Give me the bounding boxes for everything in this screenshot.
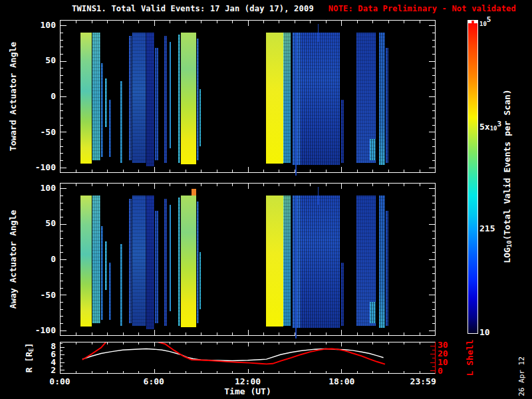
- x-axis-tick: [107, 184, 108, 186]
- spectrogram-stripe: [386, 48, 388, 163]
- y-axis-tick: [429, 331, 435, 331]
- y-axis-tick: [432, 252, 435, 253]
- x-axis-tick: [248, 167, 249, 172]
- x-axis-tick: [138, 332, 139, 335]
- x-axis-tick: [170, 371, 170, 373]
- y-axis-tick: [61, 309, 63, 310]
- x-axis-tick: [107, 332, 108, 335]
- y-axis-tick: [429, 61, 435, 62]
- x-axis-tick: [248, 21, 249, 26]
- colorbar-tick-label: 10: [479, 327, 490, 337]
- spectrogram-stripe: [293, 33, 301, 164]
- y-axis-tick: [429, 132, 435, 132]
- r-axis-tick: [61, 343, 63, 344]
- toward-spectrogram-panel: [60, 20, 436, 173]
- x-axis-tick: [154, 184, 155, 189]
- x-axis-tick: [263, 371, 264, 373]
- colorbar-tick-label: 215: [479, 223, 495, 233]
- x-axis-tick: [341, 167, 342, 172]
- x-axis-tick: [372, 170, 373, 172]
- r-axis-tick: [61, 362, 65, 363]
- spectrogram-stripe: [101, 226, 103, 320]
- time-tick-label: 6:00: [144, 376, 164, 386]
- spectrogram-stripe: [178, 198, 180, 327]
- spectrogram-stripe: [155, 211, 158, 323]
- y-axis-tick: [61, 217, 63, 217]
- spectrogram-stripe: [295, 196, 297, 338]
- r-axis-tick: [61, 347, 65, 348]
- y-axis-tick: [61, 203, 63, 203]
- y-axis-tick: [432, 118, 435, 118]
- x-axis-tick: [404, 184, 404, 186]
- spectrogram-stripe: [301, 33, 340, 164]
- y-axis-tick: [61, 238, 63, 239]
- x-axis-tick: [357, 371, 358, 373]
- spectrogram-stripe: [266, 33, 283, 164]
- y-axis-tick: [432, 288, 435, 289]
- x-axis-tick: [123, 21, 124, 23]
- y-axis-tick-label: 0: [0, 254, 56, 264]
- time-tick-label: 0:00: [49, 376, 70, 386]
- x-axis-tick: [295, 21, 295, 23]
- x-axis-tick: [295, 342, 295, 344]
- y-axis-tick: [61, 68, 63, 68]
- l-axis-tick: [432, 366, 435, 367]
- spectrogram-stripe: [266, 196, 283, 327]
- spectrogram-stripe: [132, 196, 146, 326]
- x-axis-tick: [76, 342, 76, 344]
- spectrogram-stripe: [101, 63, 103, 157]
- x-axis-tick: [92, 184, 92, 186]
- y-axis-tick: [432, 68, 435, 68]
- x-axis-tick: [217, 332, 217, 335]
- x-axis-tick: [186, 342, 186, 344]
- spectrogram-stripe: [283, 33, 291, 163]
- y-axis-tick: [61, 132, 66, 132]
- y-axis-tick: [61, 61, 66, 62]
- x-axis-tick: [154, 167, 155, 172]
- y-axis-tick: [61, 118, 63, 118]
- x-axis-tick: [341, 330, 342, 335]
- y-axis-tick: [432, 153, 435, 154]
- spectrogram-stripe: [386, 211, 388, 326]
- l-axis-tick: [430, 362, 435, 363]
- y-axis-tick: [61, 224, 66, 225]
- x-axis-tick: [186, 371, 186, 373]
- spectrogram-stripe: [120, 244, 122, 326]
- x-axis-tick: [279, 184, 279, 186]
- x-axis-tick: [186, 184, 186, 186]
- x-axis-tick: [357, 21, 358, 23]
- x-axis-tick: [217, 21, 217, 23]
- x-axis-tick: [248, 330, 249, 335]
- x-axis-tick: [76, 184, 76, 186]
- time-axis-label: Time (UT): [60, 386, 436, 396]
- spectrogram-stripe: [370, 302, 376, 323]
- r-axis-tick: [61, 354, 65, 355]
- orbit-parameters-panel: [60, 342, 436, 374]
- x-axis-tick: [232, 184, 233, 186]
- x-axis-tick: [420, 342, 420, 344]
- x-axis-tick: [388, 332, 389, 335]
- y-axis-tick: [61, 252, 63, 253]
- spectrogram-stripe: [146, 196, 155, 329]
- spectrogram-stripe: [197, 201, 199, 323]
- x-axis-tick: [123, 184, 124, 186]
- y-axis-tick-label: 50: [0, 218, 56, 228]
- y-axis-tick: [432, 47, 435, 47]
- x-axis-tick: [372, 184, 373, 186]
- y-axis-tick: [432, 267, 435, 267]
- y-axis-tick: [432, 273, 435, 274]
- x-axis-tick: [341, 342, 342, 346]
- x-axis-tick: [248, 342, 249, 346]
- x-axis-tick: [76, 332, 76, 335]
- x-axis-tick: [186, 332, 186, 335]
- x-axis-tick: [341, 184, 342, 189]
- y-axis-tick: [432, 231, 435, 231]
- x-axis-tick: [186, 170, 186, 172]
- y-axis-tick: [61, 281, 63, 281]
- spectrogram-stripe: [92, 33, 100, 160]
- x-axis-tick: [232, 342, 233, 344]
- x-axis-tick: [279, 170, 279, 172]
- y-axis-tick: [429, 295, 435, 295]
- x-axis-tick: [326, 21, 327, 23]
- y-axis-tick-label: 0: [0, 91, 56, 101]
